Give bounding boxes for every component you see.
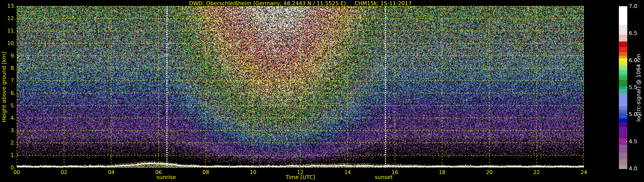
colorbar-segment (619, 165, 627, 169)
colorbar-segment (619, 68, 627, 71)
y-tick-label: 2. (0, 140, 16, 146)
colorbar-segment (619, 159, 627, 165)
y-tick-label: 9. (0, 52, 16, 59)
colorbar-segment (619, 80, 627, 87)
colorbar-segment (619, 58, 627, 62)
colorbar-segment (619, 77, 627, 80)
sunset-annotation: sunset (375, 174, 393, 180)
y-tick-label: 8. (0, 65, 16, 71)
backscatter-heatmap-canvas (17, 6, 584, 168)
colorbar-tick-mark (626, 60, 627, 61)
colorbar-segment (619, 41, 627, 47)
sunrise-annotation: sunrise (156, 174, 176, 180)
colorbar-segment (619, 74, 627, 77)
colorbar-segment (619, 55, 627, 58)
colorbar-tick-mark (626, 33, 627, 33)
colorbar-segment (619, 47, 627, 52)
y-tick-label: 11. (0, 28, 16, 34)
y-tick-label: 5. (0, 102, 16, 109)
colorbar-segment (619, 113, 627, 118)
y-tick-label: 0. (0, 165, 16, 171)
colorbar-tick-mark (626, 141, 627, 142)
colorbar-segment (619, 34, 627, 41)
colorbar-segment (619, 152, 627, 159)
colorbar-segment (619, 127, 627, 138)
y-tick-label: 7. (0, 77, 16, 84)
y-tick-label: 12. (0, 15, 16, 22)
chart-title: DWD: Oberschleißheim (Germany; 48.2443 N… (17, 0, 584, 6)
colorbar-segment (619, 52, 627, 56)
colorbar (619, 6, 627, 169)
colorbar-tick-mark (626, 114, 627, 114)
x-axis-label: Time [UTC] (17, 174, 584, 180)
colorbar-segment (619, 6, 627, 25)
colorbar-segment (619, 122, 627, 127)
colorbar-segment (619, 89, 627, 93)
colorbar-segment (619, 118, 627, 123)
colorbar-segment (619, 110, 627, 113)
y-tick-label: 1. (0, 152, 16, 159)
colorbar-segment (619, 93, 627, 106)
colorbar-segment (619, 71, 627, 74)
colorbar-label: log(rc-signal) @ 1064 nm (636, 6, 642, 169)
y-tick-label: 10. (0, 40, 16, 46)
colorbar-segment (619, 106, 627, 110)
colorbar-segment (619, 65, 627, 68)
y-tick-label: 3. (0, 127, 16, 134)
y-tick-label: 4. (0, 115, 16, 121)
ceilometer-quicklook-figure: DWD: Oberschleißheim (Germany; 48.2443 N… (0, 0, 644, 182)
colorbar-tick-mark (626, 87, 627, 88)
y-tick-label: 13. (0, 3, 16, 9)
colorbar-segment (619, 61, 627, 65)
y-tick-label: 6. (0, 90, 16, 96)
colorbar-segment (619, 145, 627, 152)
